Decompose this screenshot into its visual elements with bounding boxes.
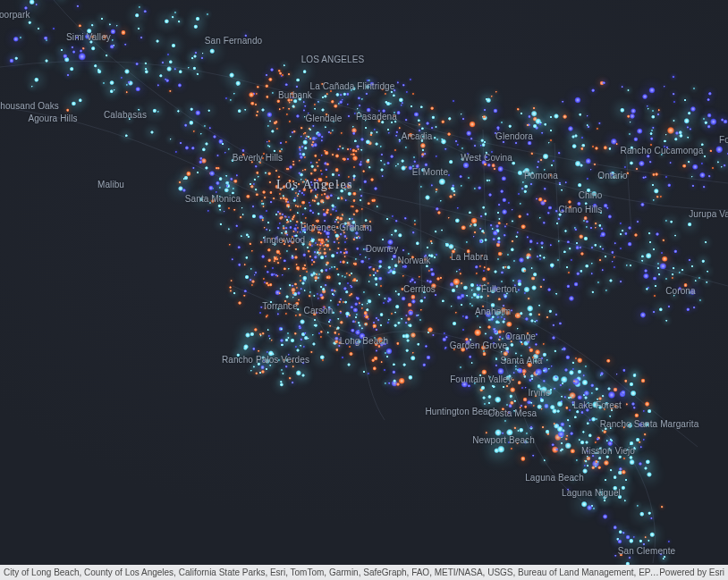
city-label: Laguna Beach xyxy=(525,473,584,483)
attribution-provider: Powered by Esri xyxy=(659,565,724,580)
city-label: Rancho Santa Margarita xyxy=(600,419,699,429)
city-label: Chino xyxy=(579,190,603,200)
city-label: Huntington Beach xyxy=(425,407,497,416)
city-label: Fo xyxy=(719,135,728,145)
city-label: LOS ANGELES xyxy=(301,55,365,64)
city-label: Pomona xyxy=(524,171,558,181)
city-label: Corona xyxy=(665,286,695,296)
city-label: Rancho Cucamonga xyxy=(621,146,704,156)
city-label: Simi Valley xyxy=(66,32,111,42)
city-label: Orange xyxy=(505,332,536,341)
city-label: La Cañada Flintridge xyxy=(310,81,395,91)
city-label: Thousand Oaks xyxy=(0,101,59,111)
city-label: Norwalk xyxy=(398,256,431,265)
city-label: Agoura Hills xyxy=(28,113,77,123)
city-label: Glendora xyxy=(495,131,533,141)
city-label: Downey xyxy=(366,244,399,254)
city-label: Rancho Palos Verdes xyxy=(222,355,309,365)
city-label: Malibu xyxy=(97,180,124,189)
city-label: Garden Grove xyxy=(450,340,508,350)
city-label: Costa Mesa xyxy=(488,408,537,418)
map-canvas[interactable]: MoorparkSimi ValleySan FernandoLOS ANGEL… xyxy=(0,0,728,580)
city-label: Jurupa Va xyxy=(689,209,728,219)
city-label: Laguna Niguel xyxy=(562,488,621,498)
city-label: Anaheim xyxy=(475,307,511,316)
city-label: Beverly Hills xyxy=(233,153,283,163)
city-label: West Covina xyxy=(461,153,512,163)
city-label: San Clemente xyxy=(618,546,676,556)
city-label: La Habra xyxy=(451,252,488,262)
city-label: Lake Forest xyxy=(573,400,622,410)
city-label: Cerritos xyxy=(403,284,436,294)
city-label: Pasadena xyxy=(356,112,397,122)
city-label: Fullerton xyxy=(481,284,517,294)
city-label: Inglewood xyxy=(264,235,306,245)
city-label: Burbank xyxy=(278,90,312,100)
city-label: El Monte xyxy=(412,167,448,177)
city-label: Santa Monica xyxy=(185,194,241,204)
city-label: Florence-Graham xyxy=(301,223,372,232)
city-label: Ontario xyxy=(597,171,628,181)
city-label: Moorpark xyxy=(0,10,30,20)
city-label: Chino Hills xyxy=(559,205,603,214)
city-label: Mission Viejo xyxy=(581,446,635,456)
city-label: Irvine xyxy=(528,388,550,398)
city-label: Calabasas xyxy=(104,110,147,120)
city-label: Glendale xyxy=(306,113,343,123)
city-label: Torrance xyxy=(262,301,298,311)
attribution-sources: City of Long Beach, County of Los Angele… xyxy=(4,565,659,580)
city-label: Fountain Valley xyxy=(450,374,512,384)
city-label: Newport Beach xyxy=(472,435,535,445)
city-label: Santa Ana xyxy=(500,356,542,366)
city-label: Long Beach xyxy=(340,336,388,346)
city-label: San Fernando xyxy=(205,36,263,46)
city-label: Arcadia xyxy=(402,131,433,141)
city-label: Carson xyxy=(304,306,334,315)
city-label: Los Angeles xyxy=(276,178,353,192)
attribution-bar: City of Long Beach, County of Los Angele… xyxy=(0,565,728,580)
